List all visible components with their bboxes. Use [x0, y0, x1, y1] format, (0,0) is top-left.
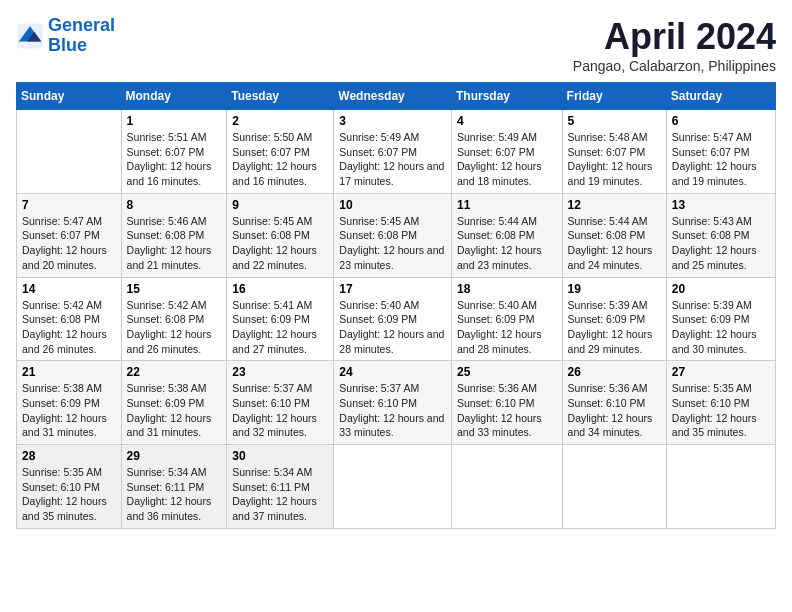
- day-number: 27: [672, 365, 770, 379]
- day-number: 13: [672, 198, 770, 212]
- calendar-cell: 21Sunrise: 5:38 AMSunset: 6:09 PMDayligh…: [17, 361, 122, 445]
- day-number: 12: [568, 198, 661, 212]
- cell-info: Sunrise: 5:37 AMSunset: 6:10 PMDaylight:…: [232, 381, 328, 440]
- column-header-wednesday: Wednesday: [334, 83, 452, 110]
- day-number: 9: [232, 198, 328, 212]
- cell-info: Sunrise: 5:50 AMSunset: 6:07 PMDaylight:…: [232, 130, 328, 189]
- day-number: 5: [568, 114, 661, 128]
- logo-icon: [16, 22, 44, 50]
- cell-info: Sunrise: 5:43 AMSunset: 6:08 PMDaylight:…: [672, 214, 770, 273]
- calendar-cell: 29Sunrise: 5:34 AMSunset: 6:11 PMDayligh…: [121, 445, 227, 529]
- calendar-cell: 27Sunrise: 5:35 AMSunset: 6:10 PMDayligh…: [666, 361, 775, 445]
- title-block: April 2024 Pangao, Calabarzon, Philippin…: [573, 16, 776, 74]
- day-number: 23: [232, 365, 328, 379]
- calendar-cell: 17Sunrise: 5:40 AMSunset: 6:09 PMDayligh…: [334, 277, 452, 361]
- calendar-cell: 3Sunrise: 5:49 AMSunset: 6:07 PMDaylight…: [334, 110, 452, 194]
- cell-info: Sunrise: 5:36 AMSunset: 6:10 PMDaylight:…: [568, 381, 661, 440]
- logo: General Blue: [16, 16, 115, 56]
- calendar-cell: 30Sunrise: 5:34 AMSunset: 6:11 PMDayligh…: [227, 445, 334, 529]
- calendar-cell: 12Sunrise: 5:44 AMSunset: 6:08 PMDayligh…: [562, 193, 666, 277]
- calendar-cell: 18Sunrise: 5:40 AMSunset: 6:09 PMDayligh…: [451, 277, 562, 361]
- location: Pangao, Calabarzon, Philippines: [573, 58, 776, 74]
- day-number: 30: [232, 449, 328, 463]
- cell-info: Sunrise: 5:46 AMSunset: 6:08 PMDaylight:…: [127, 214, 222, 273]
- day-number: 1: [127, 114, 222, 128]
- calendar-week-2: 7Sunrise: 5:47 AMSunset: 6:07 PMDaylight…: [17, 193, 776, 277]
- cell-info: Sunrise: 5:36 AMSunset: 6:10 PMDaylight:…: [457, 381, 557, 440]
- calendar-cell: 16Sunrise: 5:41 AMSunset: 6:09 PMDayligh…: [227, 277, 334, 361]
- day-number: 3: [339, 114, 446, 128]
- calendar-cell: 15Sunrise: 5:42 AMSunset: 6:08 PMDayligh…: [121, 277, 227, 361]
- column-header-tuesday: Tuesday: [227, 83, 334, 110]
- calendar-cell: 10Sunrise: 5:45 AMSunset: 6:08 PMDayligh…: [334, 193, 452, 277]
- cell-info: Sunrise: 5:44 AMSunset: 6:08 PMDaylight:…: [457, 214, 557, 273]
- calendar-cell: 23Sunrise: 5:37 AMSunset: 6:10 PMDayligh…: [227, 361, 334, 445]
- calendar-cell: 14Sunrise: 5:42 AMSunset: 6:08 PMDayligh…: [17, 277, 122, 361]
- day-number: 10: [339, 198, 446, 212]
- cell-info: Sunrise: 5:45 AMSunset: 6:08 PMDaylight:…: [339, 214, 446, 273]
- cell-info: Sunrise: 5:47 AMSunset: 6:07 PMDaylight:…: [672, 130, 770, 189]
- calendar-header-row: SundayMondayTuesdayWednesdayThursdayFrid…: [17, 83, 776, 110]
- day-number: 18: [457, 282, 557, 296]
- day-number: 14: [22, 282, 116, 296]
- calendar-cell: 8Sunrise: 5:46 AMSunset: 6:08 PMDaylight…: [121, 193, 227, 277]
- day-number: 20: [672, 282, 770, 296]
- cell-info: Sunrise: 5:49 AMSunset: 6:07 PMDaylight:…: [339, 130, 446, 189]
- column-header-saturday: Saturday: [666, 83, 775, 110]
- calendar-week-3: 14Sunrise: 5:42 AMSunset: 6:08 PMDayligh…: [17, 277, 776, 361]
- calendar-cell: 5Sunrise: 5:48 AMSunset: 6:07 PMDaylight…: [562, 110, 666, 194]
- calendar-cell: 4Sunrise: 5:49 AMSunset: 6:07 PMDaylight…: [451, 110, 562, 194]
- calendar-cell: 9Sunrise: 5:45 AMSunset: 6:08 PMDaylight…: [227, 193, 334, 277]
- day-number: 4: [457, 114, 557, 128]
- cell-info: Sunrise: 5:39 AMSunset: 6:09 PMDaylight:…: [568, 298, 661, 357]
- calendar-cell: 2Sunrise: 5:50 AMSunset: 6:07 PMDaylight…: [227, 110, 334, 194]
- cell-info: Sunrise: 5:49 AMSunset: 6:07 PMDaylight:…: [457, 130, 557, 189]
- logo-text: General Blue: [48, 16, 115, 56]
- cell-info: Sunrise: 5:37 AMSunset: 6:10 PMDaylight:…: [339, 381, 446, 440]
- cell-info: Sunrise: 5:40 AMSunset: 6:09 PMDaylight:…: [457, 298, 557, 357]
- cell-info: Sunrise: 5:45 AMSunset: 6:08 PMDaylight:…: [232, 214, 328, 273]
- calendar-cell: [562, 445, 666, 529]
- calendar-week-1: 1Sunrise: 5:51 AMSunset: 6:07 PMDaylight…: [17, 110, 776, 194]
- page-header: General Blue April 2024 Pangao, Calabarz…: [16, 16, 776, 74]
- calendar-cell: 26Sunrise: 5:36 AMSunset: 6:10 PMDayligh…: [562, 361, 666, 445]
- day-number: 25: [457, 365, 557, 379]
- calendar-cell: 25Sunrise: 5:36 AMSunset: 6:10 PMDayligh…: [451, 361, 562, 445]
- day-number: 8: [127, 198, 222, 212]
- day-number: 28: [22, 449, 116, 463]
- calendar-cell: [666, 445, 775, 529]
- calendar-cell: [334, 445, 452, 529]
- day-number: 15: [127, 282, 222, 296]
- day-number: 7: [22, 198, 116, 212]
- day-number: 22: [127, 365, 222, 379]
- day-number: 6: [672, 114, 770, 128]
- day-number: 26: [568, 365, 661, 379]
- day-number: 19: [568, 282, 661, 296]
- column-header-friday: Friday: [562, 83, 666, 110]
- column-header-sunday: Sunday: [17, 83, 122, 110]
- calendar-cell: 11Sunrise: 5:44 AMSunset: 6:08 PMDayligh…: [451, 193, 562, 277]
- cell-info: Sunrise: 5:51 AMSunset: 6:07 PMDaylight:…: [127, 130, 222, 189]
- calendar-cell: 6Sunrise: 5:47 AMSunset: 6:07 PMDaylight…: [666, 110, 775, 194]
- cell-info: Sunrise: 5:38 AMSunset: 6:09 PMDaylight:…: [127, 381, 222, 440]
- calendar-cell: [17, 110, 122, 194]
- cell-info: Sunrise: 5:44 AMSunset: 6:08 PMDaylight:…: [568, 214, 661, 273]
- calendar-cell: [451, 445, 562, 529]
- cell-info: Sunrise: 5:35 AMSunset: 6:10 PMDaylight:…: [22, 465, 116, 524]
- cell-info: Sunrise: 5:39 AMSunset: 6:09 PMDaylight:…: [672, 298, 770, 357]
- column-header-monday: Monday: [121, 83, 227, 110]
- cell-info: Sunrise: 5:40 AMSunset: 6:09 PMDaylight:…: [339, 298, 446, 357]
- cell-info: Sunrise: 5:34 AMSunset: 6:11 PMDaylight:…: [127, 465, 222, 524]
- calendar-table: SundayMondayTuesdayWednesdayThursdayFrid…: [16, 82, 776, 529]
- calendar-cell: 1Sunrise: 5:51 AMSunset: 6:07 PMDaylight…: [121, 110, 227, 194]
- cell-info: Sunrise: 5:42 AMSunset: 6:08 PMDaylight:…: [22, 298, 116, 357]
- cell-info: Sunrise: 5:42 AMSunset: 6:08 PMDaylight:…: [127, 298, 222, 357]
- day-number: 21: [22, 365, 116, 379]
- calendar-cell: 28Sunrise: 5:35 AMSunset: 6:10 PMDayligh…: [17, 445, 122, 529]
- cell-info: Sunrise: 5:47 AMSunset: 6:07 PMDaylight:…: [22, 214, 116, 273]
- day-number: 17: [339, 282, 446, 296]
- day-number: 16: [232, 282, 328, 296]
- cell-info: Sunrise: 5:38 AMSunset: 6:09 PMDaylight:…: [22, 381, 116, 440]
- cell-info: Sunrise: 5:41 AMSunset: 6:09 PMDaylight:…: [232, 298, 328, 357]
- day-number: 2: [232, 114, 328, 128]
